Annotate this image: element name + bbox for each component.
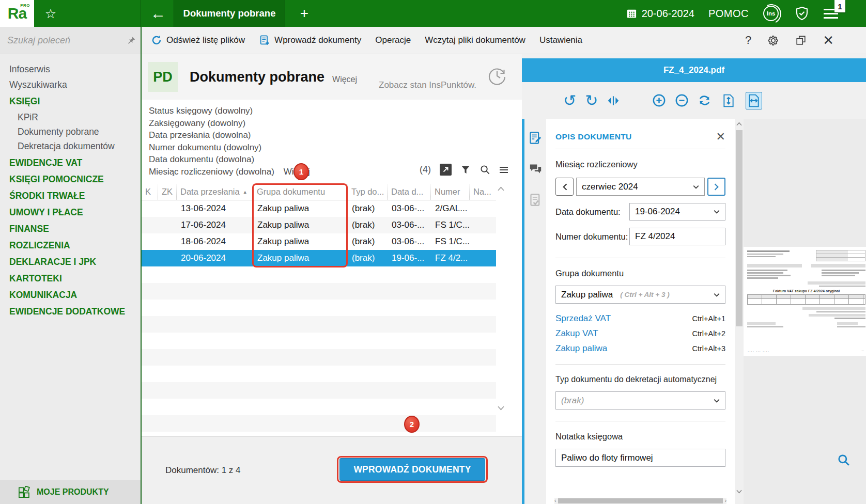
sidebar-item[interactable]: Wyszukiwarka — [0, 78, 141, 91]
favorites-star-icon[interactable]: ☆ — [34, 0, 67, 27]
title-more-link[interactable]: Więcej — [332, 75, 357, 84]
help-menu[interactable]: POMOC — [708, 8, 749, 20]
sidebar-item[interactable]: Infoserwis — [0, 62, 141, 76]
sidebar-item[interactable]: FINANSE — [0, 222, 141, 235]
empty-row — [142, 316, 496, 333]
panel-scrollbar-thumb[interactable] — [736, 130, 743, 326]
sidebar-item[interactable]: UMOWY I PŁACE — [0, 206, 141, 219]
document-edit-icon[interactable] — [529, 131, 543, 145]
group-link[interactable]: Zakup paliwa — [555, 343, 607, 354]
horizontal-scrollbar[interactable]: ‹ › — [554, 498, 726, 504]
panel-scrollbar[interactable] — [735, 119, 744, 504]
comments-icon[interactable] — [529, 162, 543, 176]
sidebar-item[interactable]: EWIDENCJE DODATKOWE — [0, 305, 141, 318]
document-check-icon[interactable] — [529, 193, 543, 207]
column-header[interactable]: K — [142, 184, 158, 200]
help-icon[interactable]: ? — [745, 34, 751, 47]
wprowadz-dokumenty-button[interactable]: WPROWADŹ DOKUMENTY — [339, 458, 485, 481]
tab-dokumenty-pobrane[interactable]: Dokumenty pobrane — [174, 0, 285, 27]
panel-close-icon[interactable]: ✕ — [716, 133, 725, 141]
my-products-button[interactable]: MOJE PRODUKTY — [0, 480, 141, 504]
scroll-down-icon[interactable] — [498, 406, 504, 411]
sidebar-item[interactable]: KSIĘGI POMOCNICZE — [0, 172, 141, 186]
toolbar-item[interactable]: Operacje — [375, 35, 411, 45]
group-select[interactable]: Zakup paliwa ( Ctrl + Alt + 3 ) — [555, 286, 725, 304]
insert-logo-icon[interactable]: Ins — [763, 5, 780, 22]
group-link[interactable]: Zakup VAT — [555, 328, 598, 339]
history-clock-icon[interactable] — [487, 66, 507, 86]
rotate-left-icon[interactable]: ↺ — [563, 93, 576, 108]
zoom-in-icon[interactable] — [652, 93, 666, 107]
month-select[interactable]: czerwiec 2024 — [576, 178, 705, 196]
filter-row[interactable]: Numer dokumentu (dowolny) — [149, 141, 438, 154]
reset-zoom-icon[interactable] — [698, 93, 712, 107]
sidebar-item[interactable]: KPiR — [0, 111, 141, 124]
app-logo[interactable]: Ra PRO — [0, 0, 34, 27]
next-month-button[interactable] — [707, 178, 725, 196]
toolbar-item[interactable]: Ustawienia — [539, 35, 582, 45]
restore-window-icon[interactable] — [795, 35, 807, 46]
search-input[interactable] — [7, 35, 127, 46]
sidebar-item[interactable]: Dokumenty pobrane — [0, 125, 141, 138]
close-icon[interactable]: ✕ — [823, 35, 834, 45]
column-header[interactable]: Numer — [431, 184, 470, 200]
sidebar-item[interactable]: EWIDENCJE VAT — [0, 156, 141, 169]
column-header[interactable]: ZK — [158, 184, 177, 200]
column-header[interactable]: Na... — [470, 184, 496, 200]
split-view-icon[interactable] — [607, 94, 620, 107]
sidebar-item[interactable]: KARTOTEKI — [0, 272, 141, 285]
sidebar-item[interactable]: KSIĘGI — [0, 94, 141, 108]
session-date[interactable]: 20-06-2024 — [626, 8, 694, 20]
column-header[interactable]: Grupa dokumentu — [253, 184, 348, 200]
fit-height-icon[interactable] — [720, 92, 737, 109]
scroll-left-icon[interactable]: ‹ — [554, 498, 556, 503]
sidebar-item[interactable]: ŚRODKI TRWAŁE — [0, 189, 141, 202]
rotate-right-icon[interactable]: ↻ — [585, 93, 598, 108]
column-header[interactable]: Typ do... — [348, 184, 388, 200]
column-header[interactable]: Data d... — [388, 184, 431, 200]
toolbar-item[interactable]: Wczytaj pliki dokumentów — [425, 35, 525, 45]
preview-zoom-icon[interactable] — [837, 453, 850, 467]
export-icon[interactable] — [440, 164, 452, 176]
table-row[interactable]: 20-06-2024Zakup paliwa(brak)19-06-...FZ … — [142, 250, 496, 266]
main-menu-icon[interactable]: 1 — [824, 0, 839, 27]
pin-icon[interactable] — [127, 36, 136, 45]
sidebar-item[interactable]: ROZLICZENIA — [0, 239, 141, 252]
note-input[interactable]: Paliwo do floty firmowej — [555, 449, 725, 467]
command-search[interactable] — [0, 27, 141, 54]
prev-month-button[interactable] — [555, 178, 574, 196]
auto-decree-type-select[interactable]: (brak) — [555, 391, 725, 410]
shield-check-icon[interactable] — [794, 5, 810, 22]
sidebar-item[interactable]: KOMUNIKACJA — [0, 288, 141, 302]
sidebar-item[interactable]: Dekretacja dokumentów — [0, 139, 141, 153]
filter-row[interactable]: Data przesłania (dowolna) — [149, 129, 438, 141]
group-link[interactable]: Sprzedaż VAT — [555, 313, 611, 324]
table-row[interactable]: 13-06-2024Zakup paliwa(brak)03-06-...2/G… — [142, 200, 496, 217]
filter-row[interactable]: Data dokumentu (dowolna) — [149, 153, 438, 166]
table-row[interactable]: 17-06-2024Zakup paliwa(brak)03-06-...FS … — [142, 217, 496, 233]
column-header[interactable]: Data przesłania▲ — [177, 184, 253, 200]
sidebar-item[interactable]: DEKLARACJE I JPK — [0, 255, 141, 269]
zoom-out-icon[interactable] — [675, 93, 689, 107]
filter-row[interactable]: Zaksięgowany (dowolny) — [149, 117, 438, 130]
table-header: KZKData przesłania▲Grupa dokumentuTyp do… — [142, 184, 496, 200]
scroll-up-icon[interactable] — [498, 186, 504, 191]
fit-width-icon[interactable] — [746, 92, 762, 109]
table-row[interactable]: 18-06-2024Zakup paliwa(brak)03-06-...FS … — [142, 233, 496, 250]
toolbar-item[interactable]: Odśwież listę plików — [151, 35, 245, 46]
inspoints-link[interactable]: Zobacz stan InsPunktów. — [379, 80, 476, 90]
panel-scroll-up-icon[interactable] — [736, 122, 742, 126]
panel-scroll-down-icon[interactable] — [736, 490, 742, 494]
toolbar-item[interactable]: Wprowadź dokumenty — [259, 35, 361, 46]
pdf-page-thumbnail[interactable]: Faktura VAT zakupu FZ 4/2024 oryginał ..… — [744, 247, 866, 356]
doc-number-input[interactable]: FZ 4/2024 — [629, 228, 725, 245]
back-arrow-icon[interactable]: ← — [146, 0, 171, 27]
search-icon[interactable] — [480, 164, 490, 175]
settings-gear-icon[interactable] — [767, 35, 779, 46]
list-menu-icon[interactable] — [499, 166, 508, 174]
scroll-right-icon[interactable]: › — [725, 498, 726, 503]
new-tab-button[interactable]: + — [292, 0, 316, 27]
filter-funnel-icon[interactable] — [460, 165, 471, 175]
doc-date-select[interactable]: 19-06-2024 — [629, 203, 725, 220]
filter-row[interactable]: Status księgowy (dowolny) — [149, 105, 438, 117]
